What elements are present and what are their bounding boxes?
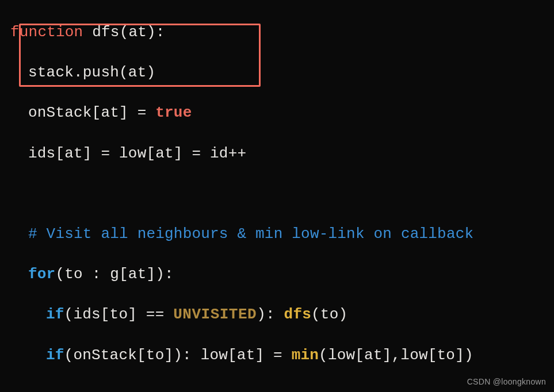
comment-line: # Visit all neighbours & min low-link on… — [10, 224, 554, 244]
keyword-for: for — [28, 266, 55, 283]
code-line: if(onStack[to]): low[at] = min(low[at],l… — [10, 345, 554, 366]
call-dfs: dfs — [284, 306, 311, 323]
keyword-function: function — [10, 24, 83, 41]
call-min: min — [292, 347, 319, 364]
constant-unvisited: UNVISITED — [173, 306, 257, 323]
code-line: ids[at] = low[at] = id++ — [10, 144, 554, 164]
keyword-if: if — [46, 306, 64, 323]
code-line: onStack[at] = true — [10, 103, 554, 123]
boolean-true: true — [155, 104, 192, 121]
keyword-if: if — [46, 347, 64, 364]
code-line: stack.push(at) — [10, 63, 554, 83]
blank-line — [10, 184, 554, 204]
code-line: if(ids[to] == UNVISITED): dfs(to) — [10, 305, 554, 325]
watermark: CSDN @loongknown — [467, 376, 546, 387]
code-block: function dfs(at): stack.push(at) onStack… — [0, 0, 554, 392]
code-line: for(to : g[at]): — [10, 264, 554, 285]
code-line: function dfs(at): — [10, 22, 554, 43]
